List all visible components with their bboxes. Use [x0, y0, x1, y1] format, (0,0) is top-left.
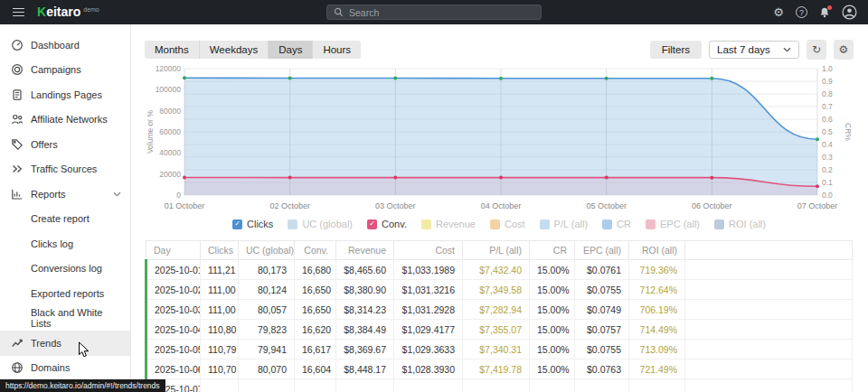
legend-item-epc-all[interactable]: EPC (all) — [646, 219, 700, 229]
table-row-partial: 2025-10-07 — [146, 379, 853, 392]
settings-gear-icon[interactable]: ⚙ — [773, 6, 784, 18]
tab-hours[interactable]: Hours — [313, 41, 361, 59]
legend-item-conv[interactable]: ✓Conv. — [367, 219, 407, 229]
sidebar-item-label: Reports — [31, 189, 66, 200]
column-header-roi-all[interactable]: ROI (all) — [629, 241, 685, 260]
traffic-arrows-icon — [11, 163, 24, 175]
search-input[interactable] — [349, 7, 534, 18]
cell-revenue: $8,314.23 — [336, 300, 394, 320]
svg-text:120000: 120000 — [156, 64, 182, 73]
notifications-bell-icon[interactable] — [819, 7, 830, 18]
legend-item-pl-all[interactable]: P/L (all) — [540, 219, 589, 229]
cell-epc: $0.0755 — [575, 340, 629, 359]
cell-roi: 721.49% — [629, 359, 685, 379]
legend-label: Revenue — [436, 219, 476, 229]
cell-filler — [685, 300, 853, 320]
sidebar-item-clicks-log[interactable]: Clicks log — [0, 231, 130, 257]
sidebar-item-conversions-log[interactable]: Conversions log — [0, 257, 130, 282]
column-header-filler — [685, 241, 853, 260]
sidebar-item-offers[interactable]: Offers — [0, 132, 130, 157]
column-header-revenue[interactable]: Revenue — [336, 241, 394, 260]
globe-icon — [11, 361, 24, 374]
help-icon[interactable]: ? — [796, 6, 807, 18]
table-row: 2025-10-04 110,80 79,823 16,620 $8,384.4… — [146, 320, 853, 340]
cell-conv: 16,650 — [295, 300, 336, 320]
cell-clicks: 111,00 — [201, 300, 239, 320]
cell-epc: $0.0749 — [575, 300, 629, 320]
column-header-uc-global[interactable]: UC (global) — [239, 241, 295, 260]
sidebar-item-reports[interactable]: Reports — [0, 182, 130, 207]
cell-cr: 15.00% — [530, 280, 575, 300]
cell-pl: $7,432.40 — [463, 260, 530, 280]
refresh-button[interactable]: ↻ — [807, 40, 826, 60]
status-url-tooltip: https://demo.keitaro.io/admin/#!/trends/… — [0, 379, 165, 392]
cell-roi: 714.49% — [629, 320, 685, 340]
sidebar-item-exported-reports[interactable]: Exported reports — [0, 281, 130, 306]
sidebar-item-landings-pages[interactable]: Landings Pages — [0, 82, 130, 107]
legend-item-cr[interactable]: CR — [602, 219, 631, 229]
cell-day: 2025-10-05 — [146, 340, 201, 359]
column-header-cost[interactable]: Cost — [394, 241, 463, 260]
chart-settings-button[interactable]: ⚙ — [834, 40, 854, 60]
notification-dot — [827, 5, 832, 10]
cell-revenue: $8,380.90 — [336, 280, 394, 300]
cell-cr: 15.00% — [530, 359, 575, 379]
svg-text:0.6: 0.6 — [822, 115, 833, 124]
date-range-select[interactable]: Last 7 days — [709, 41, 799, 59]
svg-text:0.9: 0.9 — [822, 77, 833, 86]
svg-text:CR%: CR% — [844, 123, 852, 141]
tab-days[interactable]: Days — [269, 41, 313, 59]
legend-item-uc-global[interactable]: UC (global) — [288, 219, 353, 229]
svg-text:0.5: 0.5 — [822, 127, 833, 136]
cell-clicks: 111,21 — [201, 260, 239, 280]
sidebar-item-dashboard[interactable]: Dashboard — [0, 33, 130, 58]
svg-text:0.1: 0.1 — [822, 178, 833, 187]
column-header-cr[interactable]: CR — [530, 241, 575, 260]
cell-cost: $1,029.4177 — [394, 320, 463, 340]
user-avatar-icon[interactable] — [842, 5, 857, 20]
table-row: 2025-10-01 111,21 80,173 16,680 $8,465.6… — [146, 260, 853, 280]
cell-pl: $7,419.78 — [463, 359, 530, 379]
cell-cr: 15.00% — [530, 300, 575, 320]
table-row: 2025-10-02 111,00 80,124 16,650 $8,380.9… — [146, 280, 853, 300]
sidebar-item-black-and-white-lists[interactable]: Black and White Lists — [0, 306, 130, 331]
sidebar-item-affiliate-networks[interactable]: Affiliate Networks — [0, 107, 130, 133]
column-header-day[interactable]: Day — [146, 241, 201, 260]
svg-text:03 October: 03 October — [375, 201, 416, 210]
app-logo[interactable]: Keitaro demo — [37, 5, 99, 20]
legend-item-roi-all[interactable]: ROI (all) — [714, 219, 766, 229]
legend-swatch — [714, 219, 724, 229]
cell-revenue: $8,448.17 — [336, 359, 394, 379]
sidebar-item-traffic-sources[interactable]: Traffic Sources — [0, 157, 130, 182]
cell-cost: $1,031.3216 — [394, 280, 463, 300]
cell-cost: $1,031.2928 — [394, 300, 463, 320]
period-tabs: Months Weekdays Days Hours — [145, 41, 361, 59]
legend-item-cost[interactable]: Cost — [490, 219, 525, 229]
tab-weekdays[interactable]: Weekdays — [200, 41, 269, 59]
legend-item-revenue[interactable]: Revenue — [421, 219, 476, 229]
tab-months[interactable]: Months — [145, 41, 200, 59]
people-icon — [11, 113, 24, 126]
column-header-clicks[interactable]: Clicks — [201, 241, 239, 260]
cell-conv: 16,620 — [295, 320, 336, 340]
menu-icon[interactable] — [11, 5, 26, 20]
cell-cost: $1,028.3930 — [394, 359, 463, 379]
sidebar-item-label: Campaigns — [31, 64, 81, 75]
svg-text:0.0: 0.0 — [822, 191, 833, 200]
cell-uc: 79,823 — [239, 320, 295, 340]
search-box[interactable] — [326, 5, 542, 20]
filters-button[interactable]: Filters — [650, 41, 702, 59]
sidebar-item-trends[interactable]: Trends — [0, 331, 130, 356]
cell-uc: 80,124 — [239, 280, 295, 300]
sidebar-item-label: Dashboard — [31, 40, 80, 51]
column-header-pl-all[interactable]: P/L (all) — [463, 241, 530, 260]
column-header-conv[interactable]: Conv. — [295, 241, 336, 260]
legend-item-clicks[interactable]: ✓Clicks — [232, 219, 273, 229]
svg-text:Volume or %: Volume or % — [146, 109, 155, 154]
sidebar-item-domains[interactable]: Domains — [0, 356, 130, 381]
column-header-epc-all[interactable]: EPC (all) — [575, 241, 629, 260]
chart-legend: ✓Clicks UC (global) ✓Conv. Revenue Cost … — [145, 219, 854, 229]
sidebar-item-create-report[interactable]: Create report — [0, 207, 130, 232]
svg-text:0.3: 0.3 — [822, 153, 833, 162]
sidebar-item-campaigns[interactable]: Campaigns — [0, 58, 130, 83]
